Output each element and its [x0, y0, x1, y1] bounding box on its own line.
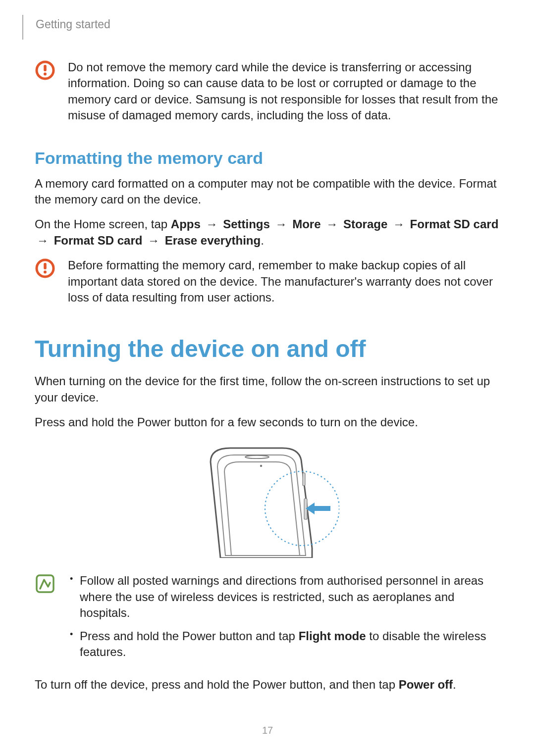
- turnoff-suffix: .: [453, 678, 456, 691]
- formatting-paragraph-1: A memory card formatted on a computer ma…: [35, 176, 500, 208]
- note-block: Follow all posted warnings and direction…: [35, 573, 500, 667]
- caution-icon: [35, 257, 55, 278]
- formatting-paragraph-2: On the Home screen, tap Apps → Settings …: [35, 216, 500, 249]
- caution-block-memory-card-remove: Do not remove the memory card while the …: [35, 59, 500, 124]
- heading-turning-device: Turning the device on and off: [35, 335, 500, 362]
- caution-text: Do not remove the memory card while the …: [68, 59, 500, 124]
- arrow-icon: →: [324, 217, 340, 231]
- arrow-icon: →: [35, 234, 51, 247]
- note-bullet-2-prefix: Press and hold the Power button and tap: [80, 629, 299, 643]
- svg-rect-11: [37, 575, 54, 592]
- step-apps: Apps: [171, 217, 201, 231]
- arrow-icon: →: [273, 217, 289, 231]
- arrow-icon: →: [391, 217, 407, 231]
- heading-formatting: Formatting the memory card: [35, 149, 500, 168]
- page-number: 17: [0, 725, 535, 736]
- caution-block-backup: Before formatting the memory card, remem…: [35, 257, 500, 305]
- step-erase: Erase everything: [165, 234, 261, 247]
- note-icon: [35, 573, 55, 594]
- device-power-button-illustration: [35, 444, 500, 558]
- caution-text: Before formatting the memory card, remem…: [68, 257, 500, 305]
- turnoff-prefix: To turn off the device, press and hold t…: [35, 678, 399, 691]
- note-bullet-2-bold: Flight mode: [299, 629, 366, 643]
- svg-point-5: [44, 271, 47, 274]
- step-format-sd-2: Format SD card: [54, 234, 143, 247]
- turning-paragraph-2: Press and hold the Power button for a fe…: [35, 414, 500, 430]
- step-storage: Storage: [343, 217, 387, 231]
- note-bullet-2: Press and hold the Power button and tap …: [68, 628, 500, 660]
- page-header: Getting started: [22, 15, 500, 40]
- turnoff-bold: Power off: [399, 678, 453, 691]
- turning-paragraph-1: When turning on the device for the first…: [35, 373, 500, 405]
- svg-point-7: [260, 465, 262, 467]
- caution-icon: [35, 59, 55, 80]
- formatting-p2-prefix: On the Home screen, tap: [35, 217, 171, 231]
- svg-rect-8: [303, 473, 305, 486]
- turn-off-paragraph: To turn off the device, press and hold t…: [35, 677, 500, 693]
- arrow-icon: →: [204, 217, 219, 231]
- step-more: More: [292, 217, 321, 231]
- svg-point-2: [44, 73, 47, 76]
- arrow-icon: →: [146, 234, 161, 247]
- svg-rect-1: [44, 65, 47, 71]
- header-section-label: Getting started: [36, 18, 110, 31]
- step-settings: Settings: [223, 217, 270, 231]
- step-format-sd-1: Format SD card: [410, 217, 499, 231]
- svg-rect-4: [44, 263, 47, 269]
- note-bullet-1: Follow all posted warnings and direction…: [68, 573, 500, 621]
